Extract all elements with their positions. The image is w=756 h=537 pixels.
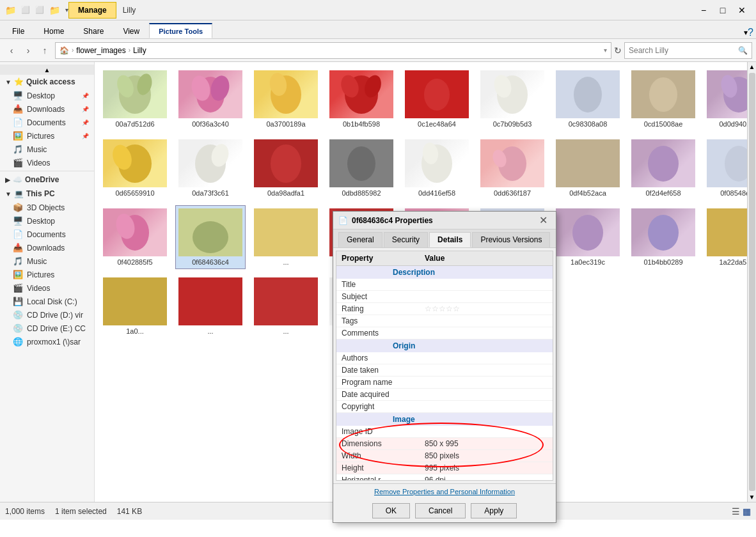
file-item[interactable]: 0f2d4ef658	[628, 136, 698, 200]
sidebar-item-cddrive-d[interactable]: 💿 CD Drive (D:) vir	[0, 308, 94, 322]
file-item[interactable]: ...	[251, 274, 321, 338]
prop-title-value[interactable]	[420, 279, 553, 291]
sidebar-item-documents2[interactable]: 📄 Documents	[0, 228, 94, 241]
file-item[interactable]: 0da73f3c61	[175, 136, 246, 200]
grid-view-btn[interactable]: ▦	[743, 506, 751, 517]
tab-general[interactable]: General	[338, 232, 382, 247]
cancel-button[interactable]: Cancel	[415, 503, 466, 518]
tab-share[interactable]: Share	[74, 23, 113, 38]
file-thumbnail	[707, 70, 747, 118]
onedrive-chevron: ▶	[5, 176, 10, 183]
thispc-chevron: ▼	[5, 191, 12, 198]
file-item[interactable]: ...	[251, 205, 321, 269]
remove-properties-link[interactable]: Remove Properties and Personal Informati…	[374, 488, 515, 495]
manage-tab[interactable]: Manage	[68, 2, 116, 19]
tab-file[interactable]: File	[3, 23, 34, 38]
dialog-close-button[interactable]: ✕	[535, 213, 551, 228]
sidebar-item-pictures[interactable]: 🖼️ Pictures 📌	[0, 129, 94, 143]
sidebar-item-music2[interactable]: 🎵 Music	[0, 254, 94, 268]
breadcrumb-flower-images[interactable]: flower_images	[76, 46, 125, 55]
file-item[interactable]: 1a22da532a	[704, 205, 747, 269]
prop-tags-value[interactable]	[420, 315, 553, 327]
maximize-button[interactable]: □	[714, 1, 732, 19]
file-item[interactable]: 0df4b52aca	[553, 136, 623, 200]
file-item-selected[interactable]: 0f684636c4	[175, 205, 246, 269]
scroll-up-btn[interactable]: ▲	[748, 62, 756, 72]
col-value: Value	[420, 251, 553, 266]
file-thumbnail	[707, 208, 747, 256]
file-item[interactable]: 0f08548ec8	[704, 136, 747, 200]
prop-programname-value[interactable]	[420, 377, 553, 389]
breadcrumb-lilly[interactable]: Lilly	[133, 46, 146, 55]
tab-details[interactable]: Details	[429, 232, 471, 247]
file-item[interactable]: 0f402885f5	[100, 205, 170, 269]
file-item[interactable]: 0a3700189a	[251, 67, 321, 131]
window-controls[interactable]: − □ ✕	[695, 1, 751, 19]
sidebar-item-localdisk[interactable]: 💾 Local Disk (C:)	[0, 295, 94, 308]
tab-picture-tools[interactable]: Picture Tools	[149, 23, 212, 38]
file-item[interactable]: 1a0ec319c	[553, 205, 623, 269]
file-item[interactable]: 01b4bb0289	[628, 205, 698, 269]
file-item[interactable]: 0dd416ef58	[402, 136, 472, 200]
sidebar-item-proxmox[interactable]: 🌐 proxmox1 (\)sar	[0, 335, 94, 348]
sidebar-item-music[interactable]: 🎵 Music	[0, 143, 94, 156]
minimize-button[interactable]: −	[695, 1, 713, 19]
sidebar-quick-access[interactable]: ▼ ⭐ Quick access	[0, 75, 94, 89]
quick-access-star-icon: ⭐	[14, 77, 24, 86]
tab-home[interactable]: Home	[34, 23, 74, 38]
file-item[interactable]: 0d0d9402ae	[704, 67, 747, 131]
file-item[interactable]: 0cd15008ae	[628, 67, 698, 131]
refresh-button[interactable]: ↻	[614, 45, 622, 56]
file-item[interactable]: 00a7d512d6	[100, 67, 170, 131]
prop-title-label: Title	[336, 279, 420, 291]
sidebar-scroll-up[interactable]: ▲	[0, 65, 94, 75]
help-button[interactable]: ?	[748, 27, 753, 38]
details-view-btn[interactable]: ☰	[732, 506, 740, 517]
file-item[interactable]: 0c7b09b5d3	[477, 67, 547, 131]
sidebar-item-desktop2[interactable]: 🖥️ Desktop	[0, 214, 94, 228]
prop-imageid-value[interactable]	[420, 426, 553, 438]
file-item[interactable]: 1a0...	[100, 274, 170, 338]
file-item[interactable]: 0b1b4fb598	[326, 67, 397, 131]
file-item[interactable]: 0dd636f187	[477, 136, 547, 200]
prop-subject-value[interactable]	[420, 291, 553, 303]
sidebar-item-videos[interactable]: 🎬 Videos	[0, 156, 94, 169]
file-item[interactable]: 0d65659910	[100, 136, 170, 200]
tab-view[interactable]: View	[113, 23, 149, 38]
scroll-thumb[interactable]	[749, 73, 755, 491]
scroll-down-btn[interactable]: ▼	[748, 492, 756, 502]
prop-authors-value[interactable]	[420, 352, 553, 364]
sidebar-item-downloads2[interactable]: 📥 Downloads	[0, 241, 94, 254]
apply-button[interactable]: Apply	[471, 503, 517, 518]
sidebar-item-desktop[interactable]: 🖥️ Desktop 📌	[0, 89, 94, 102]
back-button[interactable]: ‹	[4, 43, 19, 58]
prop-copyright-value[interactable]	[420, 401, 553, 413]
prop-dateacquired-value[interactable]	[420, 389, 553, 401]
sidebar-item-documents[interactable]: 📄 Documents 📌	[0, 116, 94, 129]
sidebar-thispc[interactable]: ▼ 💻 This PC	[0, 187, 94, 201]
file-item[interactable]: 0da98adfa1	[251, 136, 321, 200]
sidebar-item-cddrive-e[interactable]: 💿 CD Drive (E:) CC	[0, 322, 94, 335]
file-item[interactable]: 00f36a3c40	[175, 67, 246, 131]
forward-button[interactable]: ›	[20, 43, 36, 58]
search-input[interactable]	[629, 46, 736, 55]
tab-security[interactable]: Security	[384, 232, 428, 247]
ok-button[interactable]: OK	[372, 503, 410, 518]
sidebar-onedrive[interactable]: ▶ ☁️ OneDrive	[0, 173, 94, 187]
sidebar-item-3dobjects[interactable]: 📦 3D Objects	[0, 201, 94, 214]
prop-comments-value[interactable]	[420, 327, 553, 339]
up-button[interactable]: ↑	[37, 43, 52, 58]
sidebar-item-downloads[interactable]: 📥 Downloads 📌	[0, 102, 94, 116]
sidebar-item-pictures2[interactable]: 🖼️ Pictures	[0, 268, 94, 281]
prop-rating-value[interactable]: ☆☆☆☆☆	[420, 303, 553, 315]
sidebar-item-videos2[interactable]: 🎬 Videos	[0, 281, 94, 295]
file-area-scrollbar[interactable]: ▲ ▼	[747, 62, 756, 502]
close-button[interactable]: ✕	[733, 1, 751, 19]
tab-previous-versions[interactable]: Previous Versions	[472, 232, 550, 247]
file-item[interactable]: 0dbd885982	[326, 136, 397, 200]
file-item[interactable]: 0c98308a08	[553, 67, 623, 131]
file-item[interactable]: 0c1ec48a64	[402, 67, 472, 131]
address-path[interactable]: 🏠 › flower_images › Lilly ▾	[55, 42, 611, 59]
file-item[interactable]: ...	[175, 274, 246, 338]
prop-datetaken-value[interactable]	[420, 364, 553, 377]
